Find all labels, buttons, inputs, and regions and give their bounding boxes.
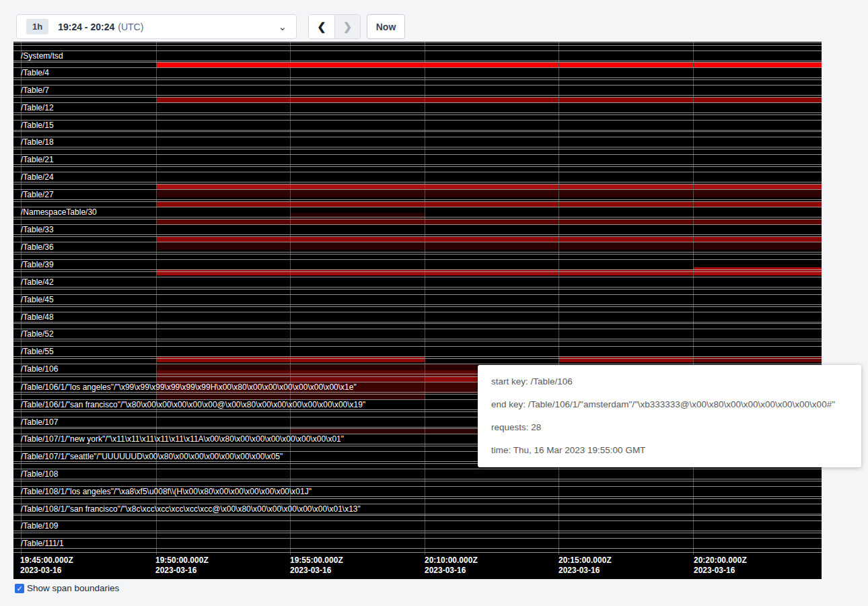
chevron-down-icon: ⌄ (278, 24, 287, 30)
show-span-boundaries-label[interactable]: Show span boundaries (27, 583, 119, 593)
tooltip-start-key: start key: /Table/106 (491, 370, 861, 393)
span-boundaries-control: ✓ Show span boundaries (15, 583, 119, 593)
show-span-boundaries-checkbox[interactable]: ✓ (15, 584, 24, 593)
time-nav-group: ❮ ❯ (308, 14, 361, 39)
tooltip-end-key: end key: /Table/106/1/"amsterdam"/"\xb33… (491, 393, 861, 416)
time-range-timezone: (UTC) (118, 22, 143, 32)
tooltip-time: time: Thu, 16 Mar 2023 19:55:00 GMT (491, 439, 861, 462)
now-button[interactable]: Now (367, 14, 405, 39)
time-range-text: 19:24 - 20:24 (58, 22, 114, 32)
chevron-right-icon: ❯ (343, 20, 352, 33)
tooltip-requests: requests: 28 (491, 416, 861, 439)
next-time-button[interactable]: ❯ (334, 15, 360, 38)
key-visualizer-page: 1h 19:24 - 20:24 (UTC) ⌄ ❮ ❯ Now /System… (0, 0, 868, 606)
time-range-select[interactable]: 1h 19:24 - 20:24 (UTC) ⌄ (16, 14, 297, 39)
chevron-left-icon: ❮ (317, 20, 326, 33)
prev-time-button[interactable]: ❮ (309, 15, 334, 38)
key-visualizer-canvas[interactable] (13, 42, 822, 579)
span-tooltip: start key: /Table/106 end key: /Table/10… (478, 365, 861, 467)
time-range-chip: 1h (26, 19, 48, 34)
